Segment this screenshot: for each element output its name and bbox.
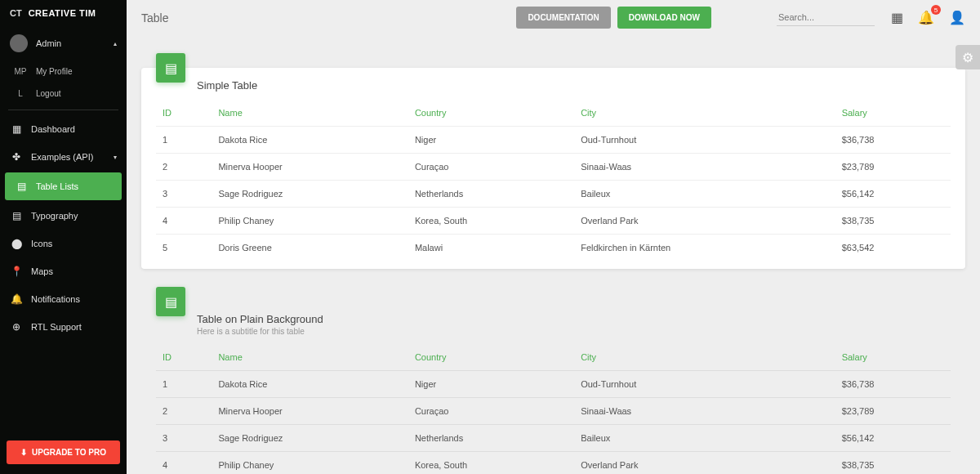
- table-row: 2Minerva HooperCuraçaoSinaai-Waas$23,789: [156, 154, 951, 181]
- plain-table: IDNameCountryCitySalary 1Dakota RiceNige…: [156, 344, 951, 474]
- settings-toggle[interactable]: ⚙: [956, 45, 980, 69]
- table-cell: Dakota Rice: [212, 371, 408, 398]
- brand-abbr: CT: [10, 8, 22, 18]
- examples-icon: ✤: [10, 151, 23, 163]
- user-submenu: MP My Profile L Logout: [0, 60, 127, 105]
- sidebar-item-examples[interactable]: ✤ Examples (API) ▾: [0, 143, 127, 171]
- label: Dashboard: [31, 124, 117, 134]
- card-title: Simple Table: [197, 79, 951, 92]
- table-cell: Minerva Hooper: [212, 398, 408, 425]
- plain-table-card: ▤ Table on Plain Background Here is a su…: [141, 302, 965, 474]
- sidebar-item-logout[interactable]: L Logout: [8, 83, 127, 105]
- table-cell: Niger: [408, 127, 574, 154]
- table-cell: Korea, South: [408, 208, 574, 235]
- table-cell: 3: [156, 425, 212, 452]
- table-cell: Oud-Turnhout: [574, 371, 835, 398]
- table-cell: 2: [156, 154, 212, 181]
- download-icon: ⬇: [20, 448, 27, 457]
- table-cell: Baileux: [574, 425, 835, 452]
- table-cell: Sage Rodriguez: [212, 425, 408, 452]
- label: Notifications: [31, 294, 117, 304]
- clipboard-icon: ▤: [156, 287, 185, 316]
- label: RTL Support: [31, 322, 117, 332]
- abbr: MP: [13, 67, 28, 76]
- download-button[interactable]: DOWNLOAD NOW: [617, 7, 711, 29]
- column-header: ID: [156, 100, 212, 127]
- table-row: 3Sage RodriguezNetherlandsBaileux$56,142: [156, 181, 951, 208]
- table-cell: Netherlands: [408, 425, 574, 452]
- table-row: 4Philip ChaneyKorea, SouthOverland Park$…: [156, 208, 951, 235]
- table-cell: 4: [156, 452, 212, 475]
- notifications-icon[interactable]: 🔔5: [918, 10, 934, 25]
- bell-icon: 🔔: [10, 293, 23, 305]
- brand[interactable]: CT CREATIVE TIM: [0, 0, 127, 26]
- dashboard-icon[interactable]: ▦: [891, 10, 903, 25]
- table-cell: $38,735: [835, 452, 951, 475]
- brand-name: CREATIVE TIM: [29, 8, 96, 18]
- label: UPGRADE TO PRO: [32, 448, 106, 457]
- topbar: Table DOCUMENTATION DOWNLOAD NOW ▦ 🔔5 👤: [127, 0, 980, 35]
- label: Logout: [36, 89, 61, 98]
- table-row: 1Dakota RiceNigerOud-Turnhout$36,738: [156, 127, 951, 154]
- table-cell: Overland Park: [574, 208, 835, 235]
- table-cell: Doris Greene: [212, 235, 408, 262]
- table-cell: $23,789: [835, 154, 951, 181]
- globe-icon: ⊕: [10, 321, 23, 333]
- sidebar-item-my-profile[interactable]: MP My Profile: [8, 60, 127, 83]
- sidebar-item-icons[interactable]: ⬤ Icons: [0, 230, 127, 257]
- table-cell: Curaçao: [408, 398, 574, 425]
- table-cell: Sinaai-Waas: [574, 154, 835, 181]
- table-cell: Baileux: [574, 181, 835, 208]
- table-cell: Netherlands: [408, 181, 574, 208]
- column-header: Name: [212, 100, 408, 127]
- chevron-up-icon: ▴: [114, 40, 117, 47]
- label: Icons: [31, 239, 117, 248]
- sidebar-item-notifications[interactable]: 🔔 Notifications: [0, 285, 127, 313]
- table-cell: $38,735: [835, 208, 951, 235]
- table-cell: Curaçao: [408, 154, 574, 181]
- column-header: Name: [212, 344, 408, 371]
- table-cell: 1: [156, 371, 212, 398]
- documentation-button[interactable]: DOCUMENTATION: [516, 7, 610, 29]
- column-header: City: [574, 344, 835, 371]
- upgrade-button[interactable]: ⬇ UPGRADE TO PRO: [7, 440, 120, 464]
- table-cell: $56,142: [835, 181, 951, 208]
- table-row: 3Sage RodriguezNetherlandsBaileux$56,142: [156, 425, 951, 452]
- chevron-down-icon: ▾: [114, 154, 117, 161]
- table-cell: $23,789: [835, 398, 951, 425]
- table-cell: 1: [156, 127, 212, 154]
- table-cell: Sinaai-Waas: [574, 398, 835, 425]
- search-input[interactable]: [777, 9, 875, 26]
- column-header: ID: [156, 344, 212, 371]
- table-cell: Philip Chaney: [212, 452, 408, 475]
- sidebar-user-toggle[interactable]: Admin ▴: [0, 26, 127, 60]
- table-cell: 4: [156, 208, 212, 235]
- table-cell: Korea, South: [408, 452, 574, 475]
- column-header: City: [574, 100, 835, 127]
- abbr: L: [13, 89, 28, 98]
- sidebar-item-rtl[interactable]: ⊕ RTL Support: [0, 313, 127, 341]
- sidebar-item-dashboard[interactable]: ▦ Dashboard: [0, 115, 127, 143]
- sidebar-item-maps[interactable]: 📍 Maps: [0, 257, 127, 285]
- divider: [8, 110, 118, 110]
- table-cell: Minerva Hooper: [212, 154, 408, 181]
- sidebar-item-table-lists[interactable]: ▤ Table Lists: [5, 172, 122, 200]
- table-cell: Malawi: [408, 235, 574, 262]
- simple-table-card: ▤ Simple Table IDNameCountryCitySalary 1…: [141, 68, 965, 269]
- page-title: Table: [141, 11, 168, 25]
- user-name: Admin: [36, 38, 105, 48]
- user-icon[interactable]: 👤: [949, 10, 965, 25]
- table-cell: Niger: [408, 371, 574, 398]
- label: My Profile: [36, 67, 72, 76]
- table-cell: 2: [156, 398, 212, 425]
- table-cell: $63,542: [835, 235, 951, 262]
- label: Examples (API): [31, 152, 105, 162]
- table-row: 1Dakota RiceNigerOud-Turnhout$36,738: [156, 371, 951, 398]
- sidebar: CT CREATIVE TIM Admin ▴ MP My Profile L …: [0, 0, 127, 474]
- typography-icon: ▤: [10, 210, 23, 221]
- sidebar-item-typography[interactable]: ▤ Typography: [0, 202, 127, 230]
- column-header: Country: [408, 100, 574, 127]
- table-cell: Feldkirchen in Kärnten: [574, 235, 835, 262]
- table-cell: Philip Chaney: [212, 208, 408, 235]
- icons-icon: ⬤: [10, 238, 23, 249]
